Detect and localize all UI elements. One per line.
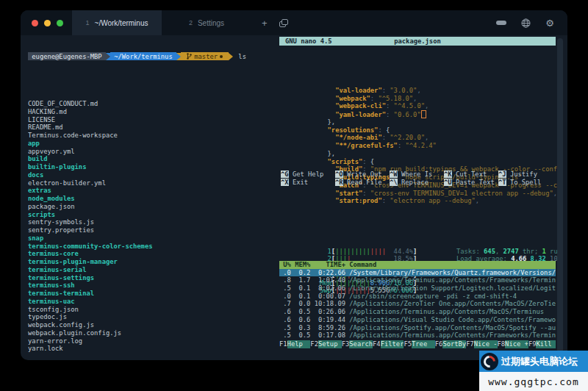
file-entry: terminus-plugin-manager [28, 258, 275, 266]
process-row[interactable]: .6 0.5 0:26.06 /Applications/Terminus.ap… [279, 308, 556, 316]
meter-segment: 44.4% [386, 248, 413, 255]
process-mem: 0.0 [291, 300, 310, 308]
file-entry: extras [28, 187, 275, 195]
fkey-number: F4 [373, 340, 381, 348]
process-mem: 1.7 [291, 276, 310, 284]
terminal-pane-left[interactable]: eugene@Eugenes-MBP ~/Work/terminus maste… [28, 37, 275, 354]
process-time: 1:01.40 [310, 276, 345, 284]
function-key: F4 Filter [373, 340, 404, 348]
nano-line-segment [421, 110, 426, 118]
process-cpu: .6 [279, 316, 291, 324]
nano-line-segment: "*/node-abi" [335, 134, 382, 141]
shortcut-label: Exit [289, 179, 308, 186]
nano-line-segment: "3.0.0" [390, 87, 417, 94]
minimize-window-button[interactable] [44, 20, 51, 26]
git-dirty-dot [220, 55, 223, 58]
nano-shortcut: ^T To Spell [498, 179, 553, 187]
settings-gear-icon[interactable]: ⚙ [545, 18, 554, 29]
terminus-window: 1 ~/Work/terminus 2 Settings + ⚙ [21, 10, 567, 360]
nano-shortcut: ^U Paste Text [444, 179, 498, 187]
nano-shortcut: ^X Exit [281, 179, 335, 187]
process-cpu: .0 [279, 293, 291, 301]
function-key: F6 SortBy [435, 340, 466, 348]
fkey-label: Filter [381, 340, 404, 348]
process-command: /usr/sbin/screencapture -pdi -z cmd-shif… [345, 293, 556, 301]
watermark-banner: 过期罐头电脑论坛 [479, 351, 588, 372]
file-entry: terminus-settings [28, 274, 275, 282]
nano-line-segment: "0.6.0" [394, 111, 421, 118]
nano-shortcut: ^J Justify [498, 171, 553, 179]
nano-line-segment: "start:prod" [335, 197, 382, 204]
file-entry: yarn-error.log [28, 337, 275, 345]
file-entry: terminus-core [28, 250, 275, 258]
col-time: TIME+ [310, 261, 345, 269]
htop-function-key-bar: F1 Help F2 Setup F3 Search F4 Filter F5 … [279, 340, 556, 348]
process-row[interactable]: .0 0.1 0:00.07 /usr/sbin/screencapture -… [279, 293, 556, 301]
process-command: /Applications/Spotify.app/Contents/MacOS… [345, 324, 556, 332]
file-entry: typedoc.js [28, 313, 275, 321]
nano-shortcut: ^K Cut Text [444, 171, 498, 179]
nano-line-segment: "val-loader" [335, 87, 382, 94]
nano-line-segment: "**/graceful-fs" [335, 142, 398, 149]
nano-line-segment: "scripts" [328, 158, 363, 165]
nano-line-segment: "webpack" [335, 95, 370, 102]
shortcut-key: ^K [444, 171, 452, 178]
tab-label: Settings [198, 19, 224, 27]
globe-icon[interactable] [521, 18, 531, 28]
shortcut-label: Justify [506, 171, 537, 178]
fkey-label: Nice + [505, 340, 528, 348]
file-entry: terminus-community-color-schemes [28, 243, 275, 251]
process-mem: 0.2 [291, 269, 310, 277]
function-key: F7 Nice - [466, 340, 497, 348]
duplicate-tab-icon[interactable] [279, 19, 287, 26]
right-pane-scrollbar[interactable] [557, 38, 563, 353]
connection-pill-icon[interactable] [496, 21, 506, 25]
process-command: /Applications/Terminus.app/Contents/Fram… [345, 276, 556, 284]
nano-line-segment: , [425, 102, 429, 110]
process-row[interactable]: .8 1.7 1:01.40 /Applications/Terminus.ap… [279, 276, 556, 284]
prompt-git-segment: master [181, 52, 229, 60]
function-key: F9 Kill [528, 340, 556, 348]
process-row[interactable]: .5 0.3 8:59.26 /Applications/Spotify.app… [279, 324, 556, 332]
process-time: 0:19.44 [310, 316, 345, 324]
terminal-pane-right[interactable]: GNU nano 4.5 package.json "val-loader": … [279, 37, 557, 359]
function-key: F3 Search [342, 340, 373, 348]
process-row[interactable]: .6 0.6 0:19.44 /Applications/Visual Stud… [279, 316, 556, 324]
nano-line-segment: : [386, 111, 394, 118]
tab-settings[interactable]: 2 Settings [162, 10, 251, 35]
meter-segment: |||| [370, 248, 386, 255]
file-entry: terminus-uac [28, 298, 275, 306]
file-entry: builtin-plugins [28, 163, 275, 171]
file-entry: CODE_OF_CONDUCT.md [28, 100, 275, 108]
shortcut-label: Read File [343, 179, 382, 186]
shortcut-key: ^W [390, 171, 398, 178]
process-cpu: .7 [279, 300, 291, 308]
process-command: /Applications/Terminus.app/Contents/MacO… [345, 308, 556, 316]
col-cpu: U% [279, 261, 291, 269]
process-row[interactable]: .7 0.0 10:18.09 /Applications/ZeroTier O… [279, 300, 556, 308]
function-key: F1 Help [279, 340, 310, 348]
fkey-number: F6 [435, 340, 443, 348]
close-window-button[interactable] [32, 20, 38, 26]
nano-line-segment: "start" [335, 190, 362, 197]
file-entry: webpack.plugin.config.js [28, 329, 275, 337]
process-row[interactable]: .5 0.5 0:17.08 /Applications/Terminus.ap… [279, 331, 556, 340]
tab-index: 2 [189, 19, 193, 26]
nano-line-segment: : [398, 142, 406, 149]
git-branch-icon [187, 53, 192, 60]
forum-logo-icon [481, 353, 498, 370]
process-row[interactable]: .0 0.2 0:22.66 /System/Library/Framework… [279, 269, 556, 277]
process-time: 8:02.06 [310, 284, 345, 293]
zoom-window-button[interactable] [57, 20, 63, 26]
shortcut-label: Write Out [343, 171, 382, 178]
process-time: 8:59.26 [310, 324, 345, 332]
fkey-label: Help [287, 340, 311, 348]
process-mem: 0.6 [291, 316, 310, 324]
new-tab-button[interactable]: + [262, 18, 268, 28]
file-entry: yarn.lock [28, 345, 275, 353]
shortcut-key: ^\ [390, 179, 398, 186]
tab-work-terminus[interactable]: 1 ~/Work/terminus [72, 10, 162, 35]
file-entry: scripts [28, 211, 275, 219]
nano-line-segment: { [370, 158, 374, 165]
process-row[interactable]: .5 0.1 8:02.06 /Library/Application Supp… [279, 284, 556, 293]
